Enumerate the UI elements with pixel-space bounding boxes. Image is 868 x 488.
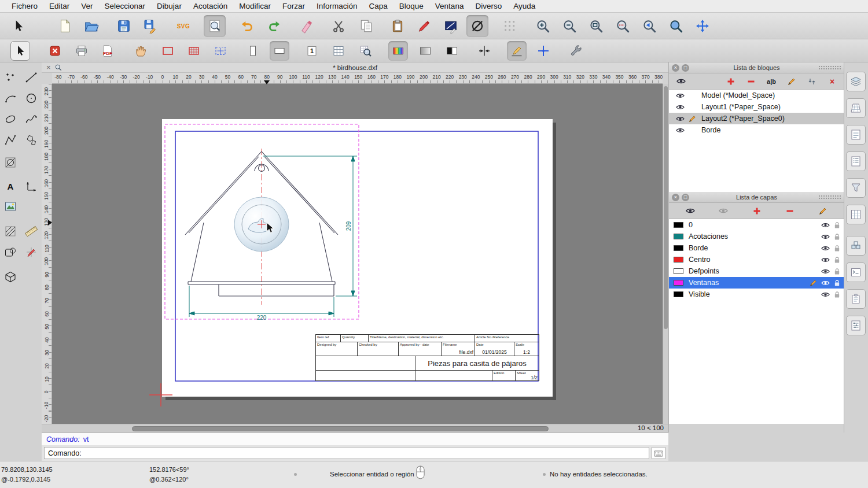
layer-list-item[interactable]: Acotaciones bbox=[669, 231, 844, 242]
select-tool-button[interactable] bbox=[10, 41, 30, 61]
polyline-edit-button[interactable] bbox=[440, 15, 462, 37]
polygon-tool[interactable] bbox=[22, 131, 41, 149]
menu-item[interactable]: Modificar bbox=[233, 2, 277, 10]
undo-button[interactable] bbox=[236, 15, 258, 37]
block-visibility-icon[interactable] bbox=[676, 116, 685, 122]
layer-visibility-icon[interactable] bbox=[821, 280, 830, 286]
single-page-button[interactable]: 1 bbox=[302, 41, 322, 61]
menu-item[interactable]: Fichero bbox=[6, 2, 43, 10]
vertical-scrollbar[interactable] bbox=[663, 84, 668, 424]
copy-button[interactable] bbox=[355, 15, 377, 37]
isometric-tool[interactable] bbox=[1, 268, 20, 286]
layer-lock-icon[interactable] bbox=[834, 221, 840, 229]
ellipse-tool[interactable] bbox=[1, 110, 20, 128]
pan-button[interactable] bbox=[692, 15, 713, 37]
save-as-button[interactable] bbox=[139, 15, 161, 37]
arc-tool[interactable] bbox=[1, 89, 20, 108]
menu-item[interactable]: Dibujar bbox=[151, 2, 187, 10]
viewport-crosshair-button[interactable] bbox=[211, 41, 230, 61]
points-tool[interactable] bbox=[1, 68, 20, 87]
panel-close-button[interactable]: × bbox=[672, 64, 679, 72]
hatch-tool[interactable] bbox=[1, 222, 20, 241]
settings-tools-button[interactable] bbox=[567, 41, 586, 61]
dock-clipboard-button[interactable] bbox=[846, 289, 866, 309]
select-button[interactable] bbox=[8, 15, 30, 37]
block-list-item[interactable]: Model (*Model_Space) bbox=[669, 90, 844, 101]
keyboard-toggle-button[interactable] bbox=[652, 447, 665, 459]
layer-visibility-icon[interactable] bbox=[821, 257, 830, 263]
layer-list-item[interactable]: Defpoints bbox=[669, 265, 844, 277]
viewport-landscape-button[interactable] bbox=[270, 41, 289, 61]
close-drawing-button[interactable] bbox=[45, 41, 65, 61]
add-block-button[interactable] bbox=[722, 75, 740, 88]
remove-block-button[interactable] bbox=[742, 75, 760, 88]
show-all-blocks-button[interactable] bbox=[672, 75, 690, 88]
circle-tool[interactable] bbox=[22, 89, 41, 108]
scrollbar-thumb[interactable] bbox=[664, 86, 668, 329]
dock-list-button[interactable] bbox=[846, 151, 866, 171]
menu-item[interactable]: Ver bbox=[75, 2, 98, 10]
zoom-out-button[interactable] bbox=[558, 15, 580, 37]
line-tool[interactable] bbox=[22, 68, 41, 87]
horizontal-scrollbar[interactable] bbox=[132, 426, 549, 431]
block-visibility-icon[interactable] bbox=[676, 127, 685, 134]
layer-visibility-icon[interactable] bbox=[821, 291, 830, 298]
cut-button[interactable] bbox=[328, 15, 350, 37]
layer-list-item[interactable]: Visible bbox=[669, 289, 844, 300]
print-button[interactable] bbox=[72, 41, 91, 61]
panel-close-button[interactable]: × bbox=[672, 194, 679, 201]
delete-block-button[interactable]: × bbox=[823, 75, 841, 88]
print-preview-button[interactable] bbox=[204, 15, 226, 37]
panel-drag-grip[interactable] bbox=[818, 195, 841, 200]
menu-item[interactable]: Información bbox=[311, 2, 363, 10]
grid-button[interactable] bbox=[329, 41, 348, 61]
block-list-item[interactable]: Layout1 (*Paper_Space) bbox=[669, 101, 844, 113]
panel-float-button[interactable]: □ bbox=[682, 64, 689, 72]
pen-edit-button[interactable] bbox=[413, 15, 435, 37]
layer-visibility-icon[interactable] bbox=[821, 234, 830, 240]
edit-block-button[interactable] bbox=[783, 75, 800, 88]
layer-lock-icon[interactable] bbox=[834, 268, 840, 275]
zoom-in-button[interactable] bbox=[532, 15, 554, 37]
shape-tool[interactable] bbox=[1, 243, 20, 261]
hide-all-layers-button[interactable] bbox=[715, 205, 732, 217]
measure-tool[interactable] bbox=[22, 222, 41, 241]
command-input[interactable] bbox=[84, 448, 649, 459]
menu-item[interactable]: Ayuda bbox=[507, 2, 541, 10]
polyline-tool[interactable] bbox=[1, 131, 20, 149]
hatch-region-button[interactable] bbox=[184, 41, 204, 61]
image-tool[interactable] bbox=[1, 197, 20, 216]
spline-tool[interactable] bbox=[22, 110, 41, 128]
draft-line-button[interactable] bbox=[507, 41, 527, 61]
show-all-layers-button[interactable] bbox=[682, 205, 699, 217]
layer-lock-icon[interactable] bbox=[834, 233, 840, 241]
block-visibility-icon[interactable] bbox=[676, 93, 685, 99]
dock-filter-button[interactable] bbox=[846, 178, 866, 198]
pdf-export-button[interactable]: PDF bbox=[98, 41, 117, 61]
dock-properties-button[interactable] bbox=[846, 316, 866, 335]
menu-item[interactable]: Seleccionar bbox=[99, 2, 152, 10]
remove-layer-button[interactable] bbox=[781, 205, 799, 217]
menu-item[interactable]: Diverso bbox=[469, 2, 507, 10]
layer-lock-icon[interactable] bbox=[834, 256, 840, 264]
layer-visibility-icon[interactable] bbox=[821, 268, 830, 275]
dock-commands-button[interactable] bbox=[846, 263, 866, 282]
viewport-portrait-button[interactable] bbox=[243, 41, 263, 61]
text-tool[interactable]: A bbox=[1, 177, 20, 195]
centerline-button[interactable] bbox=[475, 41, 494, 61]
block-list-item[interactable]: Borde bbox=[669, 124, 844, 136]
layer-lock-icon[interactable] bbox=[834, 291, 840, 298]
delete-button[interactable] bbox=[296, 15, 318, 37]
save-button[interactable] bbox=[113, 15, 135, 37]
edit-layer-button[interactable] bbox=[814, 205, 832, 217]
gradient-button[interactable] bbox=[415, 41, 435, 61]
paste-button[interactable] bbox=[387, 15, 409, 37]
hatch-circle-tool[interactable] bbox=[1, 153, 20, 172]
menu-item[interactable]: Editar bbox=[43, 2, 75, 10]
menu-item[interactable]: Acotación bbox=[187, 2, 233, 10]
panel-drag-grip[interactable] bbox=[818, 65, 841, 71]
dimension-tool[interactable] bbox=[22, 177, 41, 195]
new-file-button[interactable] bbox=[54, 15, 76, 37]
drawing-canvas[interactable]: 209 220 Item ref Quantity Title/Name, de… bbox=[52, 84, 663, 424]
command-input-wrap[interactable]: Comando: bbox=[44, 447, 649, 459]
